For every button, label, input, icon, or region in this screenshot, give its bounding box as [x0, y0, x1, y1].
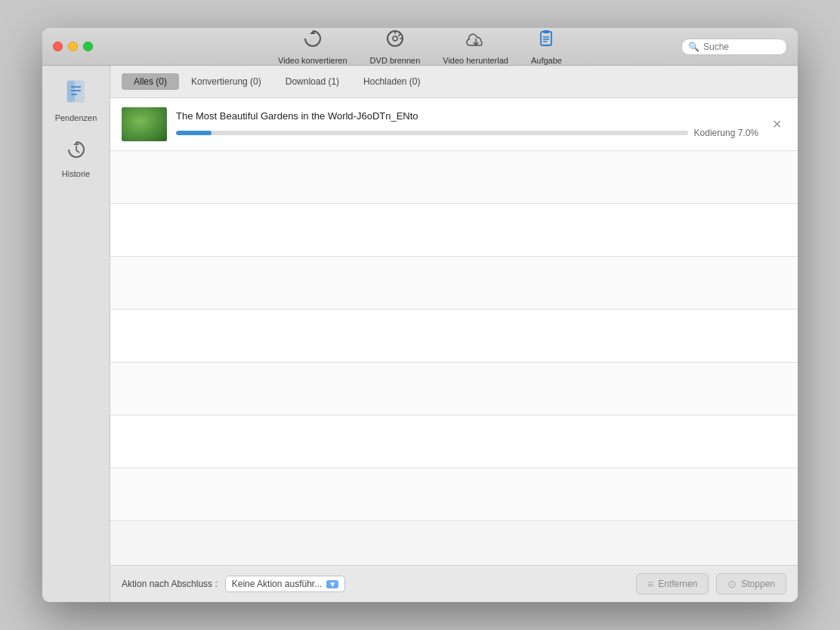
toolbar-download-button[interactable]: Video herunterlad	[443, 29, 508, 65]
right-panel: Alles (0) Konvertierung (0) Download (1)…	[110, 66, 798, 602]
empty-row	[110, 363, 798, 415]
history-icon	[65, 138, 88, 166]
action-select[interactable]: Keine Aktion ausführ... ▼	[225, 576, 345, 592]
svg-line-17	[76, 150, 79, 153]
search-box[interactable]: 🔍	[681, 39, 787, 55]
aufgabe-label: Aufgabe	[531, 56, 562, 65]
toolbar: Video konvertieren DVD brennen	[53, 29, 787, 65]
select-value: Keine Aktion ausführ...	[232, 579, 322, 589]
empty-row	[110, 468, 798, 521]
konvertieren-label: Video konvertieren	[278, 56, 347, 65]
sidebar: Pendenzen Historie	[42, 66, 110, 602]
task-thumbnail	[122, 107, 167, 141]
action-label: Aktion nach Abschluss :	[122, 579, 218, 589]
task-status: Kodierung 7.0%	[694, 128, 758, 138]
dvd-label: DVD brennen	[370, 56, 421, 65]
minimize-button[interactable]	[68, 42, 78, 51]
tab-download[interactable]: Download (1)	[273, 73, 351, 90]
download-label: Video herunterlad	[443, 56, 508, 65]
entfernen-label: Entfernen	[658, 579, 697, 589]
toolbar-aufgabe-button[interactable]: Aufgabe	[531, 29, 562, 65]
table-row: The Most Beautiful Gardens in the World-…	[110, 98, 798, 151]
task-list: The Most Beautiful Gardens in the World-…	[110, 98, 798, 565]
search-input[interactable]	[703, 42, 780, 52]
close-button[interactable]	[53, 42, 63, 51]
select-arrow-icon: ▼	[326, 580, 338, 588]
main-window: Video konvertieren DVD brennen	[42, 28, 798, 602]
tab-konvertierung[interactable]: Konvertierung (0)	[179, 73, 273, 90]
tab-hochladen[interactable]: Hochladen (0)	[351, 73, 432, 90]
entfernen-button[interactable]: ≡ Entfernen	[636, 573, 709, 594]
toolbar-konvertieren-button[interactable]: Video konvertieren	[278, 29, 347, 65]
progress-bar-fill	[176, 131, 212, 135]
tab-all[interactable]: Alles (0)	[122, 73, 179, 90]
konvertieren-icon	[303, 29, 323, 53]
filter-tabs: Alles (0) Konvertierung (0) Download (1)…	[110, 66, 798, 98]
empty-row	[110, 415, 798, 468]
svg-rect-7	[543, 30, 549, 33]
search-icon: 🔍	[688, 42, 699, 52]
sidebar-item-pendenzen[interactable]: Pendenzen	[46, 73, 107, 128]
dvd-icon	[385, 29, 405, 53]
sidebar-item-historie[interactable]: Historie	[46, 132, 107, 184]
historie-label: Historie	[62, 169, 90, 178]
titlebar: Video konvertieren DVD brennen	[42, 28, 798, 66]
fullscreen-button[interactable]	[83, 42, 93, 51]
empty-row	[110, 151, 798, 204]
task-name: The Most Beautiful Gardens in the World-…	[176, 110, 758, 122]
traffic-lights	[53, 42, 93, 51]
svg-line-3	[398, 33, 400, 36]
empty-row	[110, 257, 798, 310]
main-content: Pendenzen Historie Alles (0) Konv	[42, 66, 798, 602]
empty-row	[110, 310, 798, 363]
task-close-button[interactable]: ✕	[767, 116, 786, 133]
task-info: The Most Beautiful Gardens in the World-…	[176, 110, 758, 138]
stoppen-label: Stoppen	[741, 579, 775, 589]
bottom-bar: Aktion nach Abschluss : Keine Aktion aus…	[110, 565, 798, 602]
aufgabe-icon	[536, 29, 556, 53]
pendenzen-label: Pendenzen	[55, 113, 97, 122]
svg-rect-12	[67, 81, 75, 102]
stoppen-button[interactable]: ⊙ Stoppen	[716, 573, 786, 594]
pendenzen-icon	[65, 79, 88, 110]
svg-point-1	[393, 36, 397, 41]
progress-bar-bg	[176, 131, 688, 135]
toolbar-dvd-button[interactable]: DVD brennen	[370, 29, 421, 65]
list-icon: ≡	[647, 578, 653, 590]
task-progress-container: Kodierung 7.0%	[176, 128, 758, 138]
download-cloud-icon	[466, 29, 486, 53]
stop-icon: ⊙	[727, 578, 737, 590]
empty-row	[110, 204, 798, 257]
svg-rect-6	[541, 32, 551, 45]
